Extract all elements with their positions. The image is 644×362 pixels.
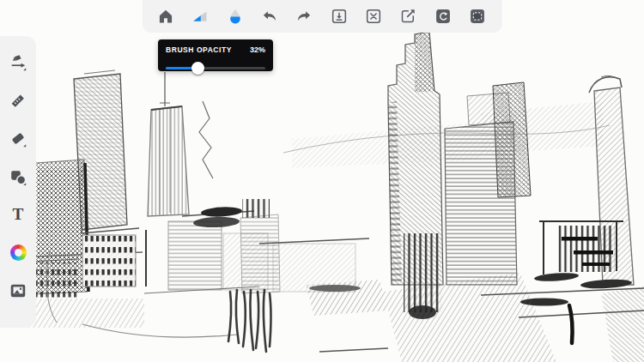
home-icon [157,8,174,25]
image-icon [9,281,27,300]
redo-button[interactable] [295,7,313,26]
close-canvas-button[interactable] [364,7,383,26]
shapes-tool-button[interactable] [8,166,28,187]
draw-tool-icon [9,53,27,72]
slider-thumb[interactable] [191,62,204,75]
undo-icon [261,8,278,25]
app-window: T BRUSH OPACITY 32% [0,0,644,362]
save-button[interactable] [330,7,349,26]
rotate-button[interactable] [434,7,453,26]
tool-sidebar: T [0,36,36,328]
eraser-tool-button[interactable] [8,129,28,149]
export-icon [399,8,416,25]
rotate-icon [434,8,452,25]
ruler-tool-button[interactable] [8,90,28,111]
popup-value: 32% [250,45,265,54]
brush-opacity-button[interactable] [226,7,245,26]
brush-size-wedge-icon [191,8,209,25]
draw-tool-button[interactable] [8,52,28,73]
brush-size-button[interactable] [191,7,210,26]
home-button[interactable] [156,7,175,26]
shapes-icon [9,167,27,186]
color-wheel-icon [10,244,27,261]
text-tool-button[interactable]: T [8,204,28,225]
export-button[interactable] [398,7,417,26]
canvas-sketch[interactable] [0,0,644,362]
capture-icon [469,8,486,25]
color-wheel-button[interactable] [8,243,28,263]
brush-opacity-popup: BRUSH OPACITY 32% [158,39,273,71]
undo-button[interactable] [260,7,279,26]
eraser-icon [9,130,27,148]
capture-button[interactable] [468,7,487,26]
image-tool-button[interactable] [8,281,28,301]
popup-title: BRUSH OPACITY [166,45,232,54]
opacity-drop-icon [227,8,244,25]
top-toolbar [143,0,502,33]
redo-icon [295,8,313,25]
download-icon [331,8,348,25]
ruler-icon [9,91,27,110]
svg-text:T: T [13,206,24,224]
close-box-icon [365,8,382,25]
opacity-slider[interactable] [166,62,265,74]
text-tool-icon: T [9,205,27,224]
